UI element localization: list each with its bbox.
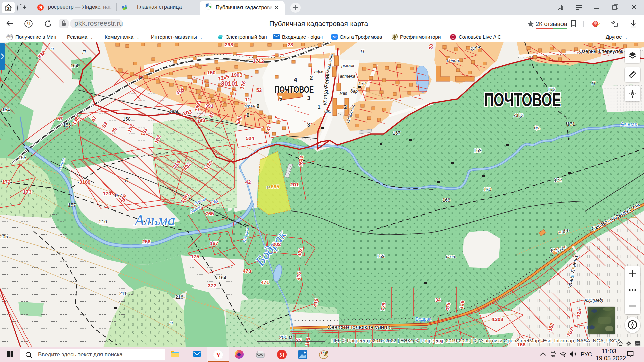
svg-text:53: 53 bbox=[256, 87, 262, 93]
svg-text:164: 164 bbox=[218, 275, 226, 280]
svg-text:210: 210 bbox=[99, 219, 107, 224]
svg-text:158: 158 bbox=[123, 116, 131, 122]
svg-text:Бодрак: Бодрак bbox=[587, 325, 603, 330]
svg-text:20: 20 bbox=[428, 43, 434, 50]
svg-text:155: 155 bbox=[18, 155, 26, 160]
svg-text:бр.: бр. bbox=[534, 125, 541, 130]
svg-text:157: 157 bbox=[68, 202, 76, 208]
svg-text:П: П bbox=[125, 177, 129, 183]
svg-text:57: 57 bbox=[57, 116, 63, 121]
svg-text:разв.: разв. bbox=[446, 254, 457, 259]
svg-text:1963: 1963 bbox=[231, 72, 242, 78]
svg-text:175: 175 bbox=[191, 254, 199, 259]
svg-text:П: П bbox=[361, 49, 364, 54]
svg-text:П: П bbox=[169, 321, 173, 326]
svg-text:2: 2 bbox=[310, 75, 313, 81]
svg-text:больн.: больн. bbox=[447, 58, 460, 63]
svg-text:167: 167 bbox=[393, 130, 401, 136]
svg-text:470: 470 bbox=[243, 268, 251, 274]
svg-text:216: 216 bbox=[175, 294, 183, 300]
svg-text:391: 391 bbox=[205, 103, 213, 109]
svg-text:LEGAL: LEGAL bbox=[7, 35, 12, 37]
svg-text:154: 154 bbox=[2, 107, 10, 112]
svg-text:169: 169 bbox=[474, 148, 482, 153]
svg-text:205: 205 bbox=[0, 234, 8, 239]
svg-text:АЗС(мед): АЗС(мед) bbox=[584, 298, 603, 303]
svg-text:5: 5 bbox=[279, 96, 282, 102]
svg-text:ПОЧТОВОЕ: ПОЧТОВОЕ bbox=[275, 85, 314, 94]
svg-text:9: 9 bbox=[257, 103, 260, 109]
svg-text:150: 150 bbox=[207, 70, 215, 75]
svg-text:аптека: аптека bbox=[340, 74, 355, 79]
svg-text:маг: маг bbox=[340, 90, 347, 96]
svg-text:ПКК © Росреестр 2010-2022 | ЕЭ: ПКК © Росреестр 2010-2022 | ЕЭКО © Росре… bbox=[331, 338, 621, 343]
svg-text:разв.: разв. bbox=[169, 109, 180, 114]
svg-text:170: 170 bbox=[483, 187, 491, 192]
svg-text:30101: 30101 bbox=[221, 80, 239, 87]
svg-text:177: 177 bbox=[358, 81, 366, 86]
svg-text:9: 9 bbox=[247, 112, 250, 118]
svg-text:172: 172 bbox=[2, 179, 10, 185]
svg-text:Бодрак: Бодрак bbox=[416, 316, 431, 322]
svg-text:158: 158 bbox=[212, 199, 218, 204]
svg-text:211: 211 bbox=[119, 291, 127, 296]
svg-text:665: 665 bbox=[271, 184, 279, 189]
svg-text:4: 4 bbox=[294, 77, 297, 83]
svg-text:CENTER: CENTER bbox=[7, 37, 13, 39]
svg-text:3189: 3189 bbox=[79, 179, 90, 185]
svg-text:2642: 2642 bbox=[298, 155, 304, 167]
svg-text:рынок: рынок bbox=[341, 63, 354, 68]
svg-text:3: 3 bbox=[7, 6, 9, 11]
svg-text:3: 3 bbox=[324, 84, 327, 90]
svg-text:бар: бар bbox=[350, 88, 358, 94]
svg-text:16: 16 bbox=[266, 186, 270, 190]
svg-text:2: 2 bbox=[344, 104, 347, 110]
svg-text:Y: Y bbox=[216, 351, 221, 359]
svg-text:156: 156 bbox=[63, 122, 71, 128]
svg-text:АЦЗ: АЦЗ bbox=[514, 112, 524, 118]
svg-text:П: П bbox=[592, 81, 595, 86]
svg-text:3: 3 bbox=[307, 122, 310, 128]
svg-text:258: 258 bbox=[142, 239, 150, 244]
svg-text:Я: Я bbox=[280, 352, 284, 358]
svg-text:169: 169 bbox=[377, 254, 385, 259]
svg-text:28: 28 bbox=[288, 42, 293, 47]
svg-text:171: 171 bbox=[567, 121, 575, 127]
svg-text:765: 765 bbox=[205, 210, 214, 216]
svg-text:шк.: шк. bbox=[324, 109, 331, 114]
svg-text:1308: 1308 bbox=[492, 316, 503, 322]
svg-text:Севастопольская улица: Севастопольская улица bbox=[327, 324, 391, 330]
svg-text:11: 11 bbox=[245, 97, 250, 102]
svg-text:202: 202 bbox=[272, 241, 281, 247]
svg-text:П: П bbox=[82, 49, 86, 55]
svg-text:173: 173 bbox=[23, 189, 31, 195]
svg-text:Альма: Альма bbox=[620, 121, 638, 127]
svg-text:Я: Я bbox=[39, 5, 42, 10]
svg-text:298: 298 bbox=[225, 42, 233, 47]
svg-text:Я: Я bbox=[27, 21, 30, 26]
svg-text:адм.: адм. bbox=[314, 69, 323, 74]
svg-text:Озёрный переулок: Озёрный переулок bbox=[579, 48, 623, 54]
svg-text:372: 372 bbox=[208, 283, 216, 288]
svg-text:524: 524 bbox=[246, 135, 254, 141]
svg-text:200 м: 200 м bbox=[279, 334, 292, 340]
svg-text:Альма: Альма bbox=[133, 212, 175, 229]
svg-text:1712: 1712 bbox=[253, 58, 264, 64]
svg-text:173: 173 bbox=[548, 87, 556, 92]
svg-text:170: 170 bbox=[103, 191, 111, 196]
svg-text:ВК: ВК bbox=[333, 36, 337, 39]
svg-text:П: П bbox=[50, 47, 54, 52]
svg-text:34: 34 bbox=[435, 297, 441, 303]
svg-text:168: 168 bbox=[442, 197, 450, 203]
svg-text:164: 164 bbox=[70, 63, 78, 68]
svg-text:3: 3 bbox=[307, 95, 310, 101]
svg-text:471: 471 bbox=[261, 279, 269, 285]
svg-text:174: 174 bbox=[550, 248, 558, 253]
svg-text:167: 167 bbox=[210, 240, 218, 246]
svg-text:1: 1 bbox=[318, 104, 321, 110]
svg-text:201: 201 bbox=[290, 182, 299, 187]
svg-text:172: 172 bbox=[554, 178, 562, 183]
svg-text:42: 42 bbox=[245, 179, 251, 185]
